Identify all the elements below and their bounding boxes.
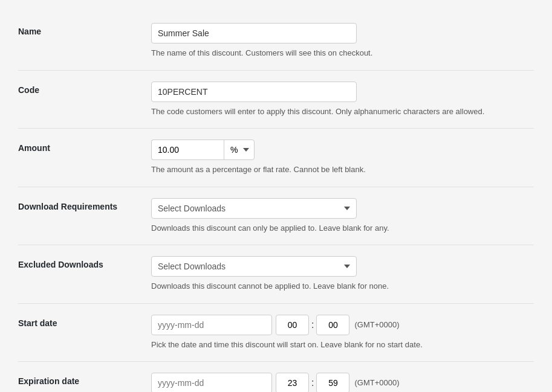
start-date-field: : (GMT+0000) Pick the date and time this… xyxy=(151,315,534,351)
code-label: Code xyxy=(18,82,151,95)
amount-field: % $ The amount as a percentage or flat r… xyxy=(151,140,534,176)
expiration-date-field: : (GMT+0000) xyxy=(151,373,534,392)
name-row: Name The name of this discount. Customer… xyxy=(18,12,534,71)
expiration-hour-input[interactable] xyxy=(276,373,309,392)
excluded-downloads-help: Downloads this discount cannot be applie… xyxy=(151,280,534,292)
code-row: Code The code customers will enter to ap… xyxy=(18,71,534,129)
expiration-date-row: Expiration date : (GMT+0000) xyxy=(18,362,534,392)
start-date-input[interactable] xyxy=(151,315,272,335)
amount-help: The amount as a percentage or flat rate.… xyxy=(151,164,534,176)
expiration-time-separator: : xyxy=(311,373,314,392)
excluded-downloads-row: Excluded Downloads Select Downloads Down… xyxy=(18,245,534,304)
amount-type-select[interactable]: % $ xyxy=(224,140,255,160)
expiration-timezone: (GMT+0000) xyxy=(354,373,399,392)
name-input[interactable] xyxy=(151,23,357,43)
amount-value-input[interactable] xyxy=(151,140,224,160)
download-requirements-help: Downloads this discount can only be appl… xyxy=(151,222,534,234)
discount-form: Name The name of this discount. Customer… xyxy=(0,0,552,392)
start-time-separator: : xyxy=(311,315,314,335)
excluded-downloads-select[interactable]: Select Downloads xyxy=(151,256,357,277)
name-help: The name of this discount. Customers wil… xyxy=(151,47,534,59)
amount-label: Amount xyxy=(18,140,151,153)
start-minute-input[interactable] xyxy=(316,315,349,335)
name-field: The name of this discount. Customers wil… xyxy=(151,23,534,59)
start-date-label: Start date xyxy=(18,315,151,328)
name-label: Name xyxy=(18,23,151,36)
download-requirements-select[interactable]: Select Downloads xyxy=(151,198,357,219)
expiration-date-input[interactable] xyxy=(151,373,272,392)
amount-row: Amount % $ The amount as a percentage or… xyxy=(18,129,534,187)
excluded-downloads-field: Select Downloads Downloads this discount… xyxy=(151,256,534,292)
start-date-inputs: : (GMT+0000) xyxy=(151,315,534,335)
download-requirements-row: Download Requirements Select Downloads D… xyxy=(18,187,534,246)
code-help: The code customers will enter to apply t… xyxy=(151,106,534,118)
code-field: The code customers will enter to apply t… xyxy=(151,82,534,118)
download-requirements-field: Select Downloads Downloads this discount… xyxy=(151,198,534,234)
expiration-minute-input[interactable] xyxy=(316,373,349,392)
expiration-date-label: Expiration date xyxy=(18,373,151,386)
start-date-row: Start date : (GMT+0000) Pick the date an… xyxy=(18,304,534,362)
start-hour-input[interactable] xyxy=(276,315,309,335)
code-input[interactable] xyxy=(151,82,357,102)
download-requirements-label: Download Requirements xyxy=(18,198,151,211)
amount-inputs: % $ xyxy=(151,140,534,160)
excluded-downloads-label: Excluded Downloads xyxy=(18,256,151,269)
start-date-help: Pick the date and time this discount wil… xyxy=(151,339,534,351)
expiration-date-inputs: : (GMT+0000) xyxy=(151,373,534,392)
start-timezone: (GMT+0000) xyxy=(354,315,399,335)
